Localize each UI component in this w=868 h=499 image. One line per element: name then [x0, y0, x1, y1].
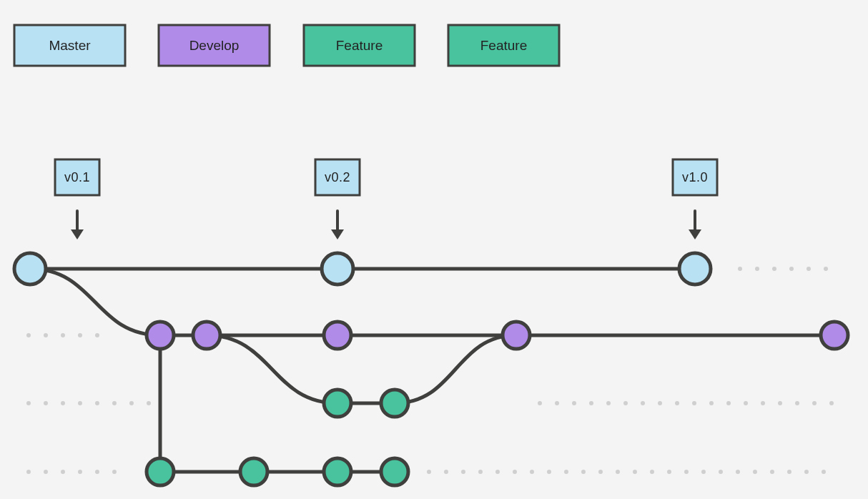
- branch-label-text: Develop: [189, 38, 240, 53]
- tag-v01: v0.1: [55, 159, 99, 239]
- branch-label-master: Master: [14, 25, 125, 66]
- branch-label-text: Feature: [480, 38, 527, 53]
- branch-label-feature1: Feature: [304, 25, 415, 66]
- tag-text: v0.2: [325, 170, 350, 184]
- arrow-head-icon: [689, 229, 701, 239]
- commit-f2b: [240, 458, 267, 485]
- commit-m2: [679, 253, 711, 285]
- tag-text: v1.0: [682, 170, 708, 184]
- commit-d4: [821, 322, 848, 349]
- commit-f2c: [324, 458, 351, 485]
- commit-m1: [322, 253, 353, 285]
- tag-v02: v0.2: [315, 159, 360, 239]
- branch-label-text: Master: [49, 38, 91, 53]
- commit-d3: [503, 322, 530, 349]
- tag-v10: v1.0: [673, 159, 717, 239]
- edges: [30, 269, 834, 472]
- commit-f2d: [381, 458, 408, 485]
- commit-f1a: [324, 390, 351, 417]
- commit-d0: [147, 322, 174, 349]
- git-flow-diagram: MasterDevelopFeatureFeaturev0.1v0.2v1.0: [0, 0, 868, 499]
- edge: [395, 335, 516, 403]
- edge: [30, 269, 160, 335]
- commits: [14, 253, 848, 485]
- commit-f1b: [381, 390, 408, 417]
- commit-f2a: [147, 458, 174, 485]
- commit-d1: [193, 322, 220, 349]
- branch-label-feature2: Feature: [448, 25, 559, 66]
- commit-m0: [14, 253, 46, 285]
- arrow-head-icon: [331, 229, 344, 239]
- tag-text: v0.1: [64, 170, 90, 184]
- edge: [207, 335, 337, 403]
- continuation-dots: [29, 269, 840, 472]
- branch-label-text: Feature: [336, 38, 383, 53]
- arrow-head-icon: [71, 229, 84, 239]
- branch-label-develop: Develop: [159, 25, 270, 66]
- commit-d2: [324, 322, 351, 349]
